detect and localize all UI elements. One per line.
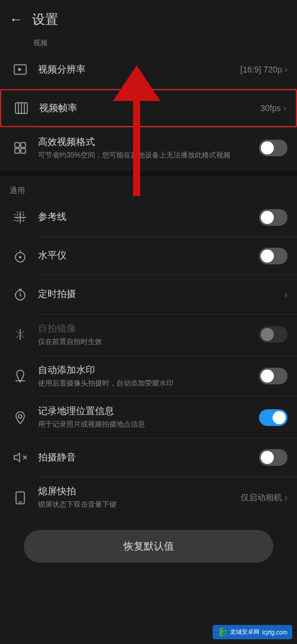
timer-icon [10, 288, 31, 302]
video-framerate-label: 视频帧率 [39, 102, 255, 115]
toggle-efficient-format[interactable] [259, 140, 287, 156]
setting-item-video-resolution[interactable]: 视频分辨率 [16:9] 720p › [0, 50, 297, 89]
screen-icon [10, 491, 31, 505]
chevron-icon: › [285, 289, 287, 300]
auto-watermark-label: 自动添加水印 使用后置摄像头拍摄时，自动添加荣耀水印 [38, 364, 254, 389]
setting-item-mute[interactable]: 拍摄静音 [0, 438, 297, 476]
toggle-mute[interactable] [259, 449, 287, 466]
svg-point-23 [18, 415, 22, 418]
dragon-icon: 🐉 [217, 627, 228, 637]
svg-marker-24 [14, 453, 20, 462]
location-toggle[interactable] [259, 409, 287, 426]
mute-label: 拍摄静音 [38, 452, 254, 464]
svg-point-17 [19, 256, 21, 258]
location-label: 记录地理位置信息 用于记录照片或视频拍摄地点信息 [38, 405, 254, 430]
timer-label: 定时拍摄 [38, 288, 280, 301]
setting-item-reference-line[interactable]: 参考线 [0, 198, 297, 236]
location-icon [10, 411, 31, 425]
svg-rect-8 [21, 149, 26, 153]
setting-item-level[interactable]: 水平仪 [0, 237, 297, 275]
level-toggle[interactable] [259, 248, 287, 264]
chevron-icon: › [285, 64, 287, 75]
setting-item-video-framerate[interactable]: 视频帧率 30fps › [0, 89, 297, 127]
setting-item-auto-watermark[interactable]: 自动添加水印 使用后置摄像头拍摄时，自动添加荣耀水印 [0, 356, 297, 397]
back-button[interactable]: ← [10, 12, 23, 27]
page-title: 设置 [32, 11, 58, 29]
svg-rect-5 [15, 143, 20, 147]
level-label: 水平仪 [38, 250, 254, 262]
toggle-location[interactable] [259, 409, 287, 426]
setting-item-location[interactable]: 记录地理位置信息 用于记录照片或视频拍摄地点信息 [0, 397, 297, 438]
auto-watermark-toggle[interactable] [259, 368, 287, 384]
video-resolution-value: [16:9] 720p › [241, 64, 287, 75]
watermark-text: 龙城安卓网 [230, 628, 260, 636]
grid-icon [10, 210, 31, 225]
general-section-label: 通用 [0, 178, 297, 198]
efficient-format-icon [10, 141, 31, 155]
efficient-format-label: 高效视频格式 可节省约35%空间，您可能在其他设备上无法播放此格式视频 [38, 136, 254, 160]
header: ← 设置 [0, 0, 297, 34]
restore-default-button[interactable]: 恢复默认值 [24, 530, 273, 563]
reference-line-label: 参考线 [38, 211, 254, 223]
mute-icon [10, 450, 31, 465]
watermark-badge: 🐉 龙城安卓网 lcjrtg.com [213, 625, 292, 639]
setting-item-selfie-mirror: 自拍镜像 仅在前置自拍时生效 [0, 314, 297, 355]
chevron-icon: › [283, 103, 286, 113]
video-framerate-icon [11, 101, 32, 115]
setting-item-quick-snap[interactable]: 熄屏快拍 锁屏状态下双击音量下键 仅启动相机 › [0, 477, 297, 518]
chevron-icon: › [285, 493, 287, 503]
setting-item-timer[interactable]: 定时拍摄 › [0, 276, 297, 314]
mirror-icon [10, 327, 31, 342]
svg-rect-7 [15, 149, 20, 153]
level-icon [10, 249, 31, 263]
efficient-format-toggle[interactable] [259, 140, 287, 156]
video-section-label: 视频 [0, 34, 297, 50]
timer-value: › [285, 289, 287, 300]
section-divider [0, 171, 297, 176]
toggle-level[interactable] [259, 248, 287, 264]
watermark-icon [10, 369, 31, 383]
video-resolution-icon [10, 62, 31, 77]
watermark-site: lcjrtg.com [262, 629, 287, 636]
setting-item-efficient-format[interactable]: 高效视频格式 可节省约35%空间，您可能在其他设备上无法播放此格式视频 [0, 128, 297, 169]
toggle-auto-watermark[interactable] [259, 368, 287, 384]
selfie-mirror-toggle [259, 326, 287, 343]
quick-snap-value: 仅启动相机 › [241, 493, 287, 503]
selfie-mirror-label: 自拍镜像 仅在前置自拍时生效 [38, 323, 254, 347]
toggle-reference-line[interactable] [259, 209, 287, 226]
quick-snap-label: 熄屏快拍 锁屏状态下双击音量下键 [38, 485, 236, 510]
toggle-selfie-mirror [259, 326, 287, 343]
video-resolution-label: 视频分辨率 [38, 64, 236, 76]
reference-line-toggle[interactable] [259, 209, 287, 226]
restore-btn-container: 恢复默认值 [0, 518, 297, 574]
video-framerate-value: 30fps › [260, 103, 286, 113]
svg-rect-6 [21, 143, 26, 147]
mute-toggle[interactable] [259, 449, 287, 466]
